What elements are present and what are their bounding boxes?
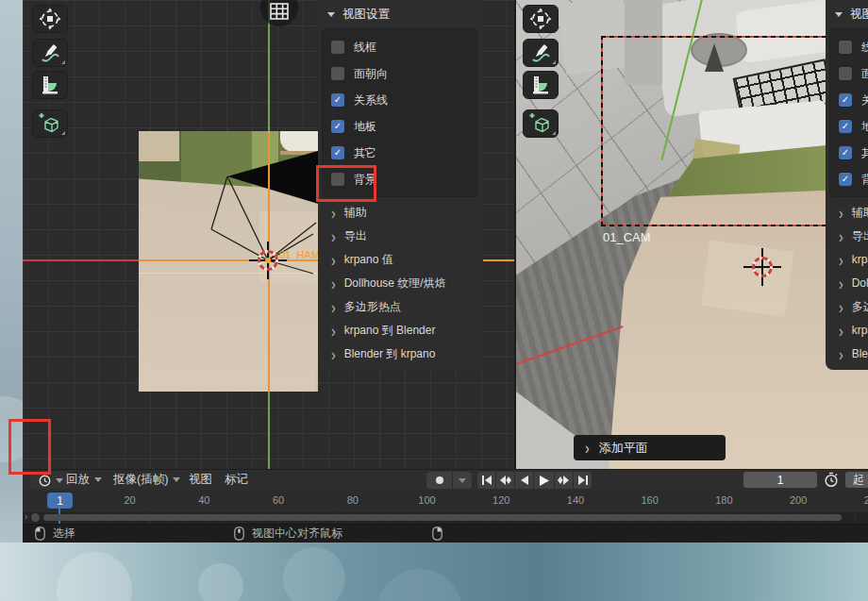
panel-section-collapsed[interactable]: ›多边形热点 (829, 295, 868, 319)
navigate-gizmo-tool[interactable] (32, 5, 68, 33)
status-select-hint: 选择 (35, 525, 75, 543)
camera-name-label: 01_CAM (603, 230, 651, 244)
checkbox-checked-icon[interactable] (839, 146, 852, 159)
next-keyframe-button[interactable] (555, 472, 573, 489)
auto-keying-button[interactable] (426, 472, 452, 489)
editor-type-clock-icon (39, 475, 51, 487)
annotate-tool[interactable] (523, 39, 559, 67)
checkbox-checked-icon[interactable] (839, 120, 852, 133)
panel-header[interactable]: 视图设置 (835, 7, 868, 23)
menu-view[interactable]: 视图 (189, 470, 212, 490)
ruler-tick-label: 80 (347, 494, 359, 506)
annotate-tool[interactable] (32, 39, 68, 67)
record-dot-icon (436, 476, 443, 484)
checkbox-checked-icon[interactable] (839, 93, 852, 107)
view-setting-row[interactable]: 面朝向 (839, 60, 868, 87)
prev-keyframe-button[interactable] (496, 472, 514, 489)
view-setting-row[interactable]: 背景 (839, 166, 868, 192)
view-setting-row[interactable]: 线框 (839, 34, 868, 60)
view-setting-row[interactable]: 其它 (331, 140, 476, 166)
view-setting-row[interactable]: 地板 (331, 113, 476, 140)
jump-to-start-button[interactable] (477, 472, 495, 489)
panel-section-collapsed[interactable]: ›krpano 值 (829, 248, 868, 272)
checkbox-label: 关系线 (861, 92, 868, 109)
checkbox-unchecked-icon[interactable] (331, 41, 344, 54)
checkbox-unchecked-icon[interactable] (839, 41, 852, 54)
expand-chevron-icon: › (331, 227, 336, 244)
measure-tool-icon (39, 74, 61, 96)
3d-cursor-icon[interactable] (752, 257, 773, 277)
timeline-ruler[interactable]: 20406080100120140160180200220 (23, 491, 868, 512)
panel-section-collapsed[interactable]: ›Dollhouse 纹理/烘焙 (829, 272, 868, 295)
panel-section-collapsed[interactable]: ›Blender 到 krpano (322, 342, 482, 366)
checkbox-group: 线框面朝向关系线地板其它背景 (829, 28, 868, 197)
add-cube-tool-icon (528, 111, 553, 136)
view-setting-row[interactable]: 其它 (839, 140, 868, 166)
menu-marker[interactable]: 标记 (225, 470, 248, 490)
panel-section-collapsed[interactable]: ›krpano 到 Blender (829, 319, 868, 342)
section-label: 导出 (852, 228, 868, 244)
panel-section-collapsed[interactable]: ›Blender 到 krpano (829, 342, 868, 366)
expand-chevron-icon: › (331, 298, 336, 315)
ruler-tick-label: 120 (492, 494, 509, 506)
3d-cursor-icon[interactable] (258, 250, 278, 271)
x-axis-line (23, 259, 139, 261)
view-setting-row[interactable]: 关系线 (839, 87, 868, 113)
panel-section-collapsed[interactable]: ›导出 (829, 225, 868, 248)
expand-chevron-icon: › (839, 204, 843, 221)
panel-section-collapsed[interactable]: ›导出 (322, 225, 482, 248)
checkbox-unchecked-icon[interactable] (331, 67, 344, 80)
view-setting-row[interactable]: 线框 (331, 34, 476, 60)
expand-chevron-icon: › (331, 275, 336, 292)
current-frame-badge[interactable]: 1 (47, 492, 73, 509)
panel-header[interactable]: 视图设置 (327, 7, 390, 23)
panel-section-collapsed[interactable]: ›krpano 值 (322, 248, 482, 272)
checkbox-checked-icon[interactable] (331, 146, 344, 159)
dropdown-chevron-icon (56, 478, 63, 483)
checkbox-checked-icon[interactable] (331, 93, 344, 107)
view-setting-row[interactable]: 关系线 (331, 87, 476, 113)
panel-section-collapsed[interactable]: ›辅助 (829, 201, 868, 225)
panel-section-collapsed[interactable]: ›多边形热点 (322, 295, 482, 319)
section-list: ›辅助›导出›krpano 值›Dollhouse 纹理/烘焙›多边形热点›kr… (829, 201, 868, 366)
add-cube-tool[interactable] (523, 109, 559, 138)
section-label: krpano 值 (344, 252, 393, 268)
grid-icon[interactable] (270, 3, 289, 20)
view-setting-row[interactable]: 地板 (839, 113, 868, 140)
timeline-scrollbar[interactable] (43, 514, 842, 521)
add-cube-tool[interactable] (32, 109, 68, 138)
timeline-scroll-knob[interactable] (31, 513, 40, 522)
menu-playback[interactable]: 回放 (66, 470, 102, 490)
add-plane-button[interactable]: › 添加平面 (574, 435, 726, 460)
channel-expand-chevron[interactable]: › (25, 511, 27, 522)
ruler-tick-label: 180 (715, 494, 732, 506)
checkbox-unchecked-icon[interactable] (839, 67, 852, 80)
view-setting-row[interactable]: 面朝向 (331, 60, 476, 87)
play-reverse-button[interactable] (515, 472, 533, 489)
view-settings-panel-sliver: 视图设置 线框面朝向关系线地板其它背景 ›辅助›导出›krpano 值›Doll… (826, 0, 868, 370)
checkbox-checked-icon[interactable] (839, 173, 852, 186)
viewport-left[interactable]: 01_HAM (23, 0, 514, 469)
checkbox-checked-icon[interactable] (331, 120, 344, 133)
measure-tool[interactable] (523, 71, 559, 99)
play-button[interactable] (534, 472, 554, 489)
play-reverse-icon (520, 476, 528, 485)
menu-keying[interactable]: 抠像(插帧) (113, 470, 180, 490)
navigate-gizmo-tool[interactable] (523, 5, 559, 33)
measure-tool[interactable] (32, 71, 68, 99)
checkbox-label: 背景 (861, 172, 868, 188)
panel-section-collapsed[interactable]: ›辅助 (322, 201, 482, 225)
checkbox-label: 面朝向 (861, 66, 868, 82)
start-frame-field[interactable]: 起 (845, 472, 868, 488)
stopwatch-icon[interactable] (824, 472, 839, 488)
current-frame-field[interactable]: 1 (743, 472, 817, 488)
jump-to-end-button[interactable] (574, 472, 592, 489)
viewport-right[interactable]: 01_CAM › 添加平面 (516, 0, 868, 469)
checkbox-label: 其它 (861, 145, 868, 161)
keying-dropdown[interactable] (453, 472, 472, 489)
play-icon (540, 476, 549, 486)
panel-section-collapsed[interactable]: ›krpano 到 Blender (322, 319, 482, 342)
panel-section-collapsed[interactable]: ›Dollhouse 纹理/烘焙 (322, 272, 482, 295)
checkbox-label: 关系线 (354, 92, 388, 109)
left-mouse-icon (35, 526, 45, 541)
